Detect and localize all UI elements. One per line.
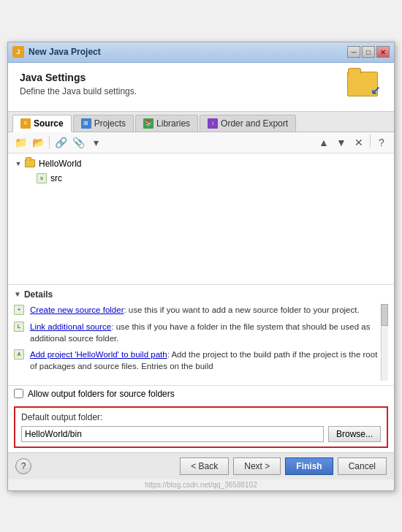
detail-text-2: Link additional source: use this if you … [30,321,378,344]
tabs-bar: ≡ Source ⊞ Projects 📚 Libraries ↕ Order … [8,112,394,132]
link-additional-source-link[interactable]: Link additional source [30,322,111,331]
output-folder-input[interactable] [21,426,324,442]
dropdown-button[interactable]: ▾ [88,134,104,151]
create-source-folder-link[interactable]: Create new source folder [30,305,124,314]
scroll-track[interactable] [381,304,388,381]
tab-libraries[interactable]: 📚 Libraries [135,115,198,132]
tab-source[interactable]: ≡ Source [12,115,72,132]
output-input-row: Browse... [21,426,381,442]
expand-helloworld[interactable]: ▼ [12,158,24,170]
detail-item-3: A Add project 'HelloWorld' to build path… [14,349,378,372]
projects-tab-icon: ⊞ [81,118,91,129]
detail-scroll-area[interactable]: + Create new source folder: use this if … [14,304,388,381]
src-icon: s [36,172,48,184]
next-button[interactable]: Next > [233,457,281,475]
cancel-button[interactable]: Cancel [338,457,387,475]
close-button[interactable]: ✕ [376,46,390,58]
link-button[interactable]: 🔗 [53,134,69,151]
help-button[interactable]: ? [15,458,31,474]
add-folder-button[interactable]: 📁 [12,134,29,151]
projects-tab-label: Projects [94,118,126,129]
scroll-thumb[interactable] [381,304,388,326]
folder-arrow-icon: ↙ [371,83,380,97]
order-tab-icon: ↕ [208,118,218,129]
add-project-link[interactable]: Add project 'HelloWorld' to build path [30,350,167,359]
helloworld-label: HelloWorld [39,159,81,169]
finish-button[interactable]: Finish [285,457,333,475]
detail-item-2: L Link additional source: use this if yo… [14,321,378,344]
toolbar-separator-2 [370,134,371,148]
checkbox-row: Allow output folders for source folders [8,386,394,402]
detail-icon-3: A [14,349,26,361]
header-text: Java Settings Define the Java build sett… [20,72,137,96]
details-header: ▼ Details [14,289,388,300]
watermark: https://blog.csdn.net/qq_36588102 [8,479,394,490]
detail-text-1-suffix: : use this if you want to add a new sour… [124,305,359,314]
toolbar: 📁 📂 🔗 📎 ▾ ▲ ▼ ✕ ? [8,132,394,153]
move-up-button[interactable]: ▲ [316,134,332,151]
details-section: ▼ Details + Create new source folder: us… [8,285,394,386]
window-icon: J [12,46,24,58]
titlebar: J New Java Project ─ □ ✕ [8,42,394,63]
tab-projects[interactable]: ⊞ Projects [73,115,134,132]
details-triangle-icon: ▼ [14,290,21,298]
main-content: 📁 📂 🔗 📎 ▾ ▲ ▼ ✕ ? ▼ HelloWorld [8,132,394,452]
detail-text-1: Create new source folder: use this if yo… [30,304,360,316]
source-tab-label: Source [34,118,64,129]
expand-src [24,172,36,184]
toolbar-right: ▲ ▼ ✕ ? [316,134,390,151]
move-down-button[interactable]: ▼ [333,134,349,151]
detail-item-1: + Create new source folder: use this if … [14,304,378,316]
helloworld-icon [24,158,36,170]
detail-icon-1: + [14,305,26,316]
order-tab-label: Order and Export [221,118,288,129]
browse-button[interactable]: Browse... [328,426,381,442]
help-toolbar-button[interactable]: ? [373,134,390,151]
toolbar-separator-1 [49,136,50,149]
libraries-tab-label: Libraries [156,118,190,129]
back-button[interactable]: < Back [180,457,229,475]
window-title: New Java Project [29,47,347,57]
allow-output-checkbox[interactable] [14,389,23,398]
page-title: Java Settings [20,72,137,83]
details-title: Details [24,289,53,300]
tree-item-helloworld[interactable]: ▼ HelloWorld [8,156,394,171]
tree-area[interactable]: ▼ HelloWorld s src [8,153,394,285]
tab-order-export[interactable]: ↕ Order and Export [200,115,296,132]
libraries-tab-icon: 📚 [143,118,153,129]
tree-item-src[interactable]: s src [8,171,394,186]
header-section: Java Settings Define the Java build sett… [8,63,394,112]
detail-text-3: Add project 'HelloWorld' to build path: … [30,349,378,372]
src-label: src [50,173,62,183]
page-subtitle: Define the Java build settings. [20,86,137,96]
header-icon: ↙ [347,72,382,102]
allow-output-label: Allow output folders for source folders [28,389,175,399]
remove-button[interactable]: ✕ [351,134,367,151]
output-folder-section: Default output folder: Browse... [14,406,388,448]
minimize-button[interactable]: ─ [347,46,360,58]
titlebar-controls: ─ □ ✕ [347,46,390,58]
link-folder-button[interactable]: 📎 [70,134,86,151]
folder-icon: ↙ [347,72,378,96]
output-folder-label: Default output folder: [21,412,381,422]
add-src-button[interactable]: 📂 [30,134,46,151]
bottom-bar: ? < Back Next > Finish Cancel [8,452,394,479]
source-tab-icon: ≡ [20,118,31,129]
maximize-button[interactable]: □ [362,46,375,58]
detail-icon-2: L [14,322,26,333]
